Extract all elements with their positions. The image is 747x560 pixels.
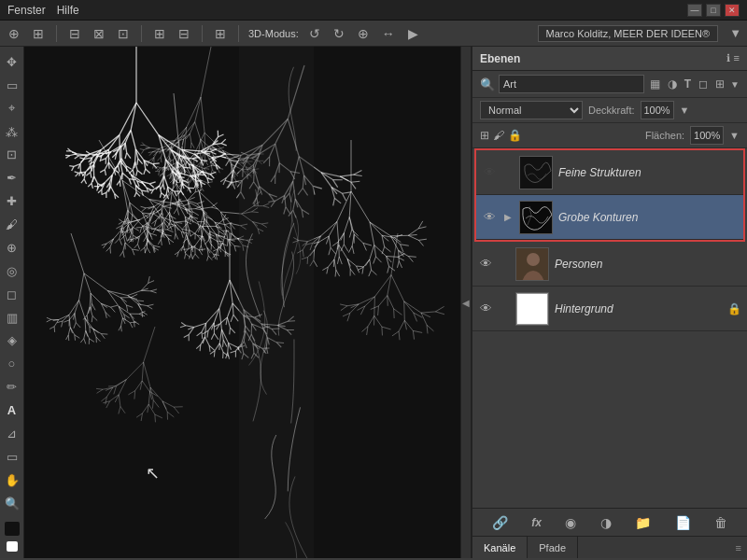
sketch-canvas (24, 47, 460, 558)
tool-shape[interactable]: ▭ (2, 447, 22, 467)
tool-icon-3[interactable]: ⊟ (66, 24, 83, 43)
dropdown-arrow-icon[interactable]: ▼ (730, 79, 740, 90)
thumb-grobe (519, 201, 553, 234)
tool-eyedropper[interactable]: ✒ (2, 168, 22, 188)
tool-dodge[interactable]: ○ (2, 354, 22, 373)
filter-type-icon[interactable]: T (683, 77, 693, 91)
layers-title: Ebenen (480, 52, 520, 65)
tool-icon-1[interactable]: ⊕ (6, 24, 22, 43)
left-toolbar: ✥ ▭ ⌖ ⁂ ⊡ ✒ ✚ 🖌 ⊕ ◎ ◻ ▥ ◈ ○ ✏ A ⊿ ▭ ✋ 🔍 (0, 47, 24, 558)
separator-3 (202, 25, 203, 42)
menu-hilfe[interactable]: Hilfe (57, 4, 79, 17)
minimize-button[interactable]: — (687, 4, 702, 17)
layer-name-personen: Personen (555, 258, 741, 271)
tool-select[interactable]: ▭ (2, 76, 22, 95)
search-bar: 🔍 ▦ ◑ T ◻ ⊞ ▼ (472, 71, 747, 98)
tool-clone[interactable]: ⊕ (2, 238, 22, 258)
tool-brush[interactable]: 🖌 (2, 215, 22, 234)
separator-4 (238, 25, 239, 42)
tool-pen[interactable]: ✏ (2, 377, 22, 397)
blend-mode-select[interactable]: Normal (480, 101, 583, 119)
canvas-area[interactable]: ↖ (24, 47, 460, 558)
new-layer-icon[interactable]: 📄 (675, 515, 691, 530)
fill-dropdown-icon[interactable]: ▼ (729, 130, 740, 141)
delete-icon[interactable]: 🗑 (714, 515, 727, 530)
tool-blur[interactable]: ◈ (2, 331, 22, 351)
tool-zoom[interactable]: 🔍 (2, 494, 22, 513)
panel-tabs: Kanäle Pfade ≡ (472, 536, 747, 558)
3d-tool-4[interactable]: ↔ (379, 24, 398, 43)
tool-icon-6[interactable]: ⊞ (151, 24, 168, 43)
visibility-feine[interactable]: 👁 (482, 165, 497, 180)
tool-path[interactable]: ⊿ (2, 424, 22, 443)
visibility-personen[interactable]: 👁 (478, 257, 493, 272)
lock-pos-icon[interactable]: ⊞ (480, 129, 489, 142)
link-icon[interactable]: 🔗 (492, 515, 508, 530)
filter-smart-icon[interactable]: ⊞ (713, 77, 726, 91)
opacity-label: Deckkraft: (588, 105, 635, 116)
3d-tool-1[interactable]: ↺ (306, 24, 323, 43)
tool-hand[interactable]: ✋ (2, 470, 22, 490)
tool-gradient[interactable]: ▥ (2, 308, 22, 328)
tool-move[interactable]: ✥ (2, 52, 22, 72)
tool-heal[interactable]: ✚ (2, 191, 22, 211)
main-area: ✥ ▭ ⌖ ⁂ ⊡ ✒ ✚ 🖌 ⊕ ◎ ◻ ▥ ◈ ○ ✏ A ⊿ ▭ ✋ 🔍 … (0, 47, 747, 558)
panel-tab-menu[interactable]: ≡ (736, 542, 747, 553)
tool-icon-4[interactable]: ⊠ (91, 24, 107, 43)
thumb-feine (519, 156, 553, 189)
3d-tool-5[interactable]: ▶ (405, 24, 421, 43)
tool-wand[interactable]: ⁂ (2, 122, 22, 142)
fx-icon[interactable]: fx (531, 516, 542, 529)
tab-kanale[interactable]: Kanäle (472, 537, 528, 558)
tool-crop[interactable]: ⊡ (2, 146, 22, 165)
tool-icon-5[interactable]: ⊡ (115, 24, 132, 43)
mask-icon[interactable]: ◉ (565, 515, 576, 530)
play-feine (502, 167, 514, 178)
group-icon[interactable]: 📁 (635, 515, 651, 530)
layer-item-feine[interactable]: 👁 Feine Strukturen (476, 150, 743, 195)
foreground-color[interactable] (5, 522, 20, 536)
filter-adjust-icon[interactable]: ◑ (666, 77, 679, 91)
window-controls[interactable]: — □ ✕ (687, 4, 740, 17)
tool-type[interactable]: A (2, 400, 22, 420)
search-filter-icons: ▦ ◑ T ◻ ⊞ ▼ (648, 77, 740, 91)
thumb-personen (515, 247, 549, 281)
visibility-hintergrund[interactable]: 👁 (478, 301, 493, 316)
panel-controls[interactable]: ℹ ≡ (726, 52, 740, 64)
filter-pixel-icon[interactable]: ▦ (648, 77, 662, 91)
layer-item-personen[interactable]: 👁 Personen (472, 242, 747, 287)
layer-item-hintergrund[interactable]: 👁 Hintergrund 🔒 (472, 287, 747, 331)
search-icon: 🔍 (480, 77, 495, 91)
maximize-button[interactable]: □ (706, 4, 721, 17)
layer-name-hintergrund: Hintergrund (555, 302, 722, 315)
filter-shape-icon[interactable]: ◻ (697, 77, 710, 91)
lock-all-icon[interactable]: 🔒 (508, 129, 522, 142)
panel-toggle[interactable]: ◀ (460, 47, 472, 558)
lock-pixel-icon[interactable]: 🖌 (493, 129, 504, 142)
tool-icon-7[interactable]: ⊟ (176, 24, 192, 43)
fill-input[interactable] (690, 126, 724, 145)
menu-fenster[interactable]: Fenster (7, 4, 46, 17)
separator-2 (141, 25, 142, 42)
tool-eraser[interactable]: ◻ (2, 285, 22, 304)
close-button[interactable]: ✕ (725, 4, 740, 17)
opacity-dropdown-icon[interactable]: ▼ (680, 105, 690, 116)
tool-icon-2[interactable]: ⊞ (30, 24, 47, 43)
3d-tool-3[interactable]: ⊕ (355, 24, 372, 43)
panel-menu-icon[interactable]: ≡ (734, 52, 740, 64)
tool-lasso[interactable]: ⌖ (2, 99, 22, 119)
tool-icon-8[interactable]: ⊞ (212, 24, 229, 43)
layer-item-grobe[interactable]: 👁 ▶ Grobe Konturen (476, 195, 743, 240)
fill-row: ⊞ 🖌 🔒 Flächen: ▼ (472, 123, 747, 148)
adj-icon[interactable]: ◑ (600, 515, 612, 530)
opacity-input[interactable] (641, 101, 674, 119)
visibility-grobe[interactable]: 👁 (482, 210, 497, 225)
3d-tool-2[interactable]: ↻ (331, 24, 347, 43)
menu-bar[interactable]: Fenster Hilfe (7, 4, 79, 17)
user-dropdown-icon[interactable]: ▼ (729, 26, 741, 40)
tool-history[interactable]: ◎ (2, 261, 22, 281)
info-icon[interactable]: ℹ (726, 52, 730, 64)
search-input[interactable] (499, 75, 644, 93)
tab-pfade[interactable]: Pfade (528, 537, 578, 558)
background-color[interactable] (7, 541, 18, 552)
